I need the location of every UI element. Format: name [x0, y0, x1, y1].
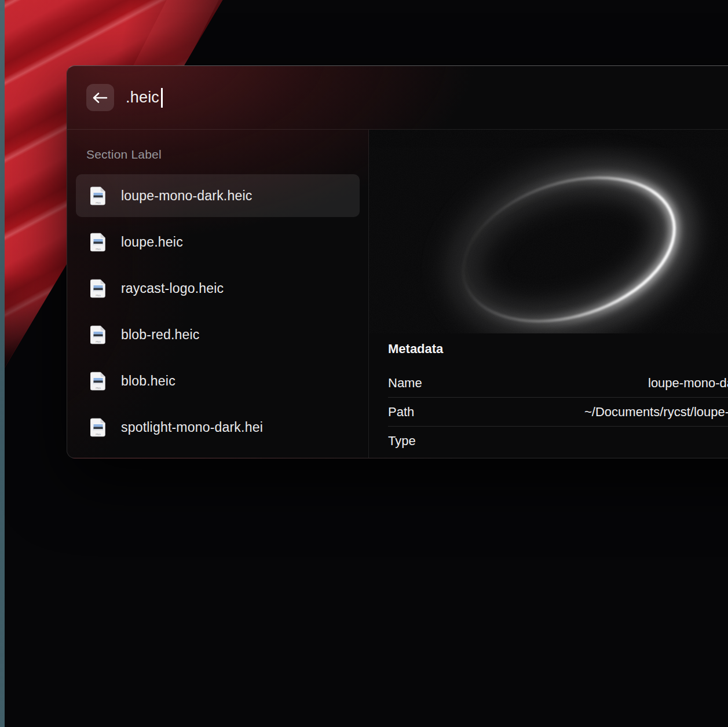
metadata-value: loupe-mono-dark.heic — [648, 376, 728, 391]
file-name: spotlight-mono-dark.hei — [121, 420, 263, 435]
list-item[interactable]: PNG blob-red.heic — [76, 313, 360, 356]
file-name: loupe.heic — [121, 234, 183, 250]
file-name: raycast-logo.heic — [121, 281, 224, 296]
image-file-icon: PNG — [90, 279, 106, 298]
metadata-label: Path — [388, 405, 414, 420]
image-file-icon: PNG — [90, 372, 106, 391]
arrow-left-icon — [93, 91, 108, 104]
svg-text:PNG: PNG — [96, 293, 101, 296]
section-label: Section Label — [86, 148, 368, 161]
list-item[interactable]: PNG loupe.heic — [76, 221, 360, 263]
svg-text:PNG: PNG — [96, 340, 101, 343]
wallpaper-edge-strip — [0, 0, 5, 727]
detail-pane: Metadata Name loupe-mono-dark.heic Path … — [369, 130, 728, 458]
metadata-section: Metadata Name loupe-mono-dark.heic Path … — [369, 333, 728, 456]
metadata-row-path: Path ~/Documents/rycst/loupe-mono-dark.h… — [388, 398, 728, 427]
desktop: .heic Section Label PNG — [0, 0, 728, 727]
metadata-label: Name — [388, 376, 422, 391]
svg-text:PNG: PNG — [96, 247, 101, 250]
launcher-window: .heic Section Label PNG — [67, 65, 728, 458]
svg-text:PNG: PNG — [96, 432, 101, 435]
image-file-icon: PNG — [90, 233, 106, 252]
svg-text:PNG: PNG — [96, 201, 101, 204]
image-file-icon: PNG — [90, 418, 106, 437]
search-value: .heic — [126, 89, 159, 107]
list-item[interactable]: PNG loupe-mono-dark.heic — [76, 174, 360, 217]
metadata-title: Metadata — [388, 342, 728, 357]
metadata-label: Type — [388, 434, 416, 449]
metadata-value: ~/Documents/rycst/loupe-mono-dark.heic — [584, 405, 728, 420]
image-file-icon: PNG — [90, 325, 106, 344]
image-file-icon: PNG — [90, 186, 106, 205]
results-pane: Section Label PNG loupe-mono-dark.heic — [67, 130, 368, 458]
svg-text:PNG: PNG — [96, 386, 101, 389]
file-name: blob-red.heic — [121, 327, 200, 343]
text-caret — [161, 88, 163, 108]
search-bar: .heic — [67, 66, 728, 130]
preview-image — [369, 130, 728, 333]
file-name: blob.heic — [121, 373, 175, 389]
list-item[interactable]: PNG blob.heic — [76, 359, 360, 402]
metadata-row-type: Type — [388, 427, 728, 456]
list-item[interactable]: PNG spotlight-mono-dark.hei — [76, 406, 360, 449]
search-input[interactable]: .heic — [126, 88, 163, 108]
file-name: loupe-mono-dark.heic — [121, 188, 252, 204]
back-button[interactable] — [86, 84, 114, 111]
list-item[interactable]: PNG raycast-logo.heic — [76, 267, 360, 310]
metadata-row-name: Name loupe-mono-dark.heic — [388, 369, 728, 398]
results-list: PNG loupe-mono-dark.heic PNG — [76, 174, 360, 449]
